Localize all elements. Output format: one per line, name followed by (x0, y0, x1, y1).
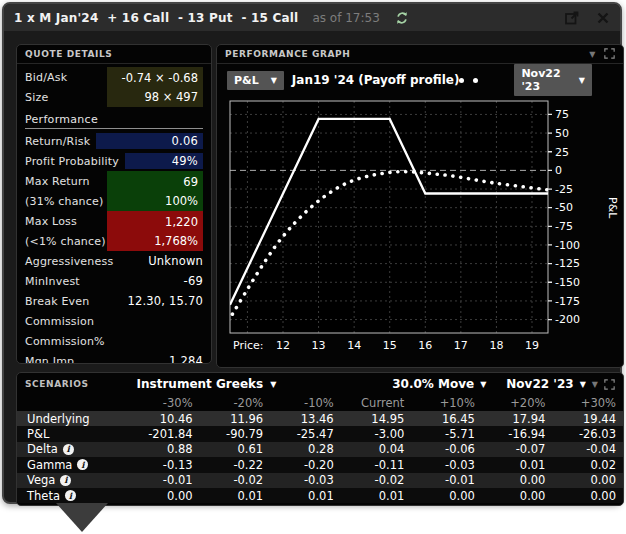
max-loss-label: Max Loss (25, 215, 106, 228)
svg-text:13: 13 (312, 339, 326, 352)
expand-corners-icon[interactable] (604, 375, 615, 394)
metric-dropdown[interactable]: P&L ▼ (227, 71, 284, 90)
scenario-date-dropdown[interactable]: Nov22 '23 ▼ (506, 377, 586, 391)
cell-value: -0.02 (200, 473, 271, 487)
cell-value: -0.20 (270, 458, 341, 472)
scenarios-panel: SCENARIOS Instrument Greeks ▼ 30.0% Move… (16, 372, 624, 506)
panel-menu-chevron-icon[interactable]: ▼ (589, 50, 596, 59)
info-icon[interactable]: i (77, 459, 88, 470)
screen: 1 x M Jan'24 + 16 Call - 13 Put - 15 Cal… (0, 0, 626, 534)
move-dropdown[interactable]: 30.0% Move ▼ (392, 377, 486, 391)
chevron-down-icon: ▼ (580, 380, 586, 389)
row-label: Gamma (27, 458, 72, 472)
commission-pct-row: Commission% (25, 331, 203, 351)
cell-value: 0.01 (482, 458, 553, 472)
cell-value: 0.28 (270, 442, 341, 456)
row-label: Underlying (27, 412, 90, 426)
window-pointer-tail (56, 503, 108, 532)
panel-menu-chevron-icon[interactable]: ▼ (592, 380, 598, 389)
performance-section-label: Performance (25, 107, 203, 129)
window-title: 1 x M Jan'24 + 16 Call - 13 Put - 15 Cal… (14, 11, 298, 25)
break-even-label: Break Even (25, 295, 89, 308)
max-return-row: Max Return (31% chance) 69 100% (25, 171, 203, 211)
max-return-label: Max Return (25, 175, 103, 188)
cell-value: 17.94 (482, 412, 553, 426)
cell-value: -5.71 (411, 427, 482, 441)
as-of-timestamp: as of 17:53 (312, 11, 379, 25)
break-even-row: Break Even 12.30, 15.70 (25, 291, 203, 311)
quote-details-header: QUOTE DETAILS (17, 45, 211, 64)
performance-graph-panel: PERFORMANCE GRAPH ▼ P&L ▼ Jan19 '24 (Pay… (216, 44, 624, 368)
bid-ask-value: -0.74 × -0.68 (112, 71, 198, 85)
cell-value: -0.22 (200, 458, 271, 472)
return-risk-value: 0.06 (96, 133, 203, 149)
column-header: Current (341, 396, 412, 410)
aggressiveness-row: Aggressiveness Unknown (25, 251, 203, 271)
cell-value: 16.45 (411, 412, 482, 426)
graph-date-dropdown[interactable]: Nov22 '23 ▼ (514, 64, 591, 96)
cell-value: -0.04 (552, 442, 623, 456)
open-in-window-icon[interactable] (564, 10, 580, 26)
row-label: Theta (27, 489, 60, 503)
info-icon[interactable]: i (60, 475, 71, 486)
profit-probability-row: Profit Probability 49% (25, 151, 203, 171)
svg-text:25: 25 (555, 146, 569, 159)
max-return-pct: 100% (112, 194, 198, 208)
max-return-value: 69 (112, 175, 198, 189)
cell-value: 0.00 (482, 489, 553, 503)
table-row: Gammai-0.13-0.22-0.20-0.11-0.030.010.02 (17, 457, 623, 472)
refresh-icon[interactable] (394, 10, 410, 26)
svg-text:Price:: Price: (233, 339, 264, 352)
svg-text:18: 18 (489, 339, 503, 352)
svg-text:-150: -150 (555, 276, 580, 289)
scenarios-header: SCENARIOS (25, 379, 89, 389)
cell-value: 10.46 (129, 412, 200, 426)
close-icon[interactable] (596, 11, 610, 25)
info-icon[interactable]: i (65, 490, 76, 501)
aggressiveness-value: Unknown (148, 254, 203, 268)
max-loss-value: 1,220 (112, 215, 198, 229)
cell-value: -0.06 (411, 442, 482, 456)
mgn-imp-label: Mgn Imp (25, 355, 74, 365)
table-header-row: -30%-20%-10%Current+10%+20%+30% (17, 395, 623, 411)
svg-text:75: 75 (555, 108, 569, 121)
cell-value: -0.13 (129, 458, 200, 472)
scenarios-table: -30%-20%-10%Current+10%+20%+30%Underlyin… (17, 395, 623, 503)
bid-ask-label: Bid/Ask (25, 71, 67, 84)
max-loss-pct: 1,768% (112, 234, 198, 248)
break-even-value: 12.30, 15.70 (127, 294, 203, 308)
svg-text:16: 16 (418, 339, 432, 352)
legend-dots (459, 78, 478, 83)
svg-text:-125: -125 (555, 257, 580, 270)
performance-chart[interactable]: 7550250-25-50-75-100-125-150-175-200P&LP… (217, 97, 621, 367)
expand-corners-icon[interactable] (604, 48, 615, 61)
table-row: P&L-201.84-90.79-25.47-3.00-5.71-16.94-2… (17, 426, 623, 441)
cell-value: 0.01 (341, 489, 412, 503)
svg-text:15: 15 (383, 339, 397, 352)
mgn-imp-row: Mgn Imp 1,284 (25, 351, 203, 364)
svg-text:P&L: P&L (606, 197, 619, 219)
bid-ask-size-row: Bid/Ask Size -0.74 × -0.68 98 × 497 (25, 67, 203, 107)
profit-probability-value: 49% (125, 153, 203, 169)
cell-value: -25.47 (270, 427, 341, 441)
cell-value: -0.03 (411, 458, 482, 472)
svg-text:0: 0 (555, 164, 562, 177)
column-header: -20% (200, 396, 271, 410)
table-row: Thetai0.000.010.010.010.000.000.00 (17, 488, 623, 503)
quote-details-panel: QUOTE DETAILS Bid/Ask Size -0.74 × -0.68… (16, 44, 212, 364)
info-icon[interactable]: i (63, 444, 74, 455)
greeks-dropdown[interactable]: Instrument Greeks ▼ (137, 377, 277, 391)
title-bar[interactable]: 1 x M Jan'24 + 16 Call - 13 Put - 15 Cal… (4, 4, 620, 31)
cell-value: -3.00 (341, 427, 412, 441)
column-header: +30% (552, 396, 623, 410)
row-label: Delta (27, 442, 58, 456)
chevron-down-icon: ▼ (480, 380, 486, 389)
size-label: Size (25, 91, 67, 104)
cell-value: 0.00 (482, 473, 553, 487)
return-risk-label: Return/Risk (25, 135, 90, 148)
max-loss-chance-label: (<1% chance) (25, 235, 106, 248)
chevron-down-icon: ▼ (271, 76, 277, 85)
cell-value: 0.00 (552, 489, 623, 503)
profit-probability-label: Profit Probability (25, 155, 119, 168)
payoff-profile-title: Jan19 '24 (Payoff profile) (292, 73, 460, 87)
